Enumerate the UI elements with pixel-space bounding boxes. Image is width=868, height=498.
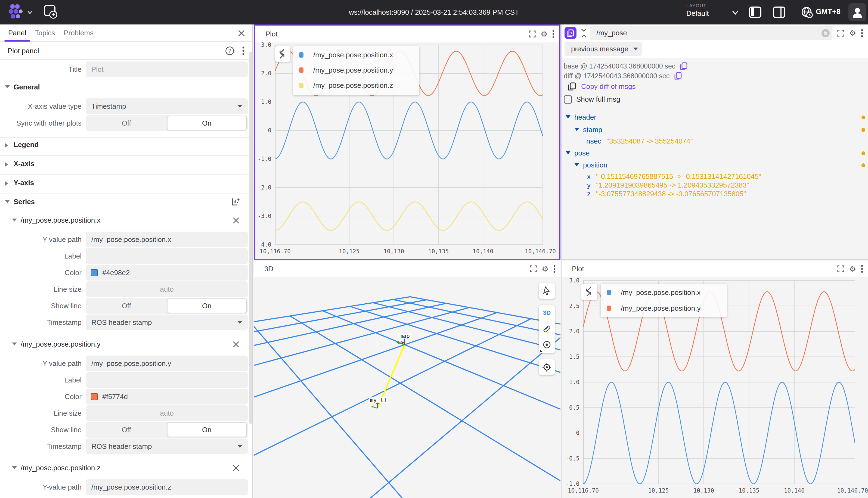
legend-label-y[interactable]: /my_pose.pose.position.y bbox=[621, 304, 700, 313]
tab-topics[interactable]: Topics bbox=[35, 25, 56, 42]
tree-row-y[interactable]: y"1.2091919039865495 -> 1.20943533295723… bbox=[587, 181, 749, 189]
three-d-body[interactable] bbox=[254, 277, 560, 498]
left-sidebar-toggle-icon[interactable] bbox=[748, 5, 763, 19]
timezone-value[interactable]: GMT+8 bbox=[816, 8, 841, 16]
legend-label-x[interactable]: /my_pose.pose.position.x bbox=[621, 288, 700, 297]
camera-mode-3d-button[interactable]: 3D bbox=[539, 305, 555, 321]
title-row: TitlePlot bbox=[0, 62, 253, 77]
plot-right-legend[interactable]: /my_pose.pose.position.x /my_pose.pose.p… bbox=[601, 284, 727, 317]
svg-text:1.0: 1.0 bbox=[569, 379, 580, 385]
tree-row-pose[interactable]: pose bbox=[574, 149, 590, 157]
tree-row-z[interactable]: z"-3.075577348829438 -> -3.0765657071358… bbox=[587, 190, 746, 198]
clear-input-icon[interactable] bbox=[821, 28, 830, 38]
tree-row-nsec[interactable]: nsec"353254087 -> 355254074" bbox=[586, 137, 693, 145]
series-x-label-input[interactable] bbox=[86, 248, 248, 264]
section-x-axis[interactable]: X-axis bbox=[0, 157, 253, 171]
app-logo[interactable] bbox=[7, 2, 28, 23]
panel-kebab-icon[interactable] bbox=[553, 265, 556, 273]
fullscreen-icon[interactable] bbox=[837, 265, 844, 272]
unfold-less-icon[interactable] bbox=[581, 28, 587, 38]
right-sidebar-toggle-icon[interactable] bbox=[772, 5, 787, 19]
series-z-header[interactable]: /my_pose.pose.position.z bbox=[0, 461, 253, 475]
fullscreen-icon[interactable] bbox=[529, 30, 536, 38]
panel-kebab-icon[interactable] bbox=[552, 30, 555, 38]
three-d-header[interactable]: 3D ⚙ bbox=[254, 260, 560, 277]
layout-chevron-icon[interactable] bbox=[731, 10, 739, 15]
tree-row-x[interactable]: x"-0.15115469765887515 -> -0.15313141427… bbox=[587, 172, 761, 181]
cursor-tool-button[interactable] bbox=[539, 283, 555, 299]
series-x-show-line-toggle[interactable]: OffOn bbox=[86, 298, 248, 314]
sync-toggle[interactable]: OffOn bbox=[86, 115, 248, 131]
legend-label-x[interactable]: /my_pose.pose.position.x bbox=[313, 51, 393, 59]
series-y-line-size-input[interactable]: auto bbox=[86, 405, 248, 421]
svg-text:10,146.70: 10,146.70 bbox=[837, 487, 868, 494]
series-y-label-input[interactable] bbox=[86, 372, 248, 388]
follow-tool-button[interactable] bbox=[539, 359, 555, 375]
fullscreen-icon[interactable] bbox=[837, 30, 844, 37]
add-series-icon[interactable] bbox=[231, 197, 240, 206]
sidebar-scrollbar[interactable] bbox=[249, 52, 252, 424]
measure-ruler-button[interactable] bbox=[539, 321, 555, 337]
tab-panel[interactable]: Panel bbox=[8, 25, 27, 42]
svg-text:10,135: 10,135 bbox=[428, 248, 449, 255]
series-x-path-input[interactable]: /my_pose.pose.position.x bbox=[86, 232, 248, 247]
raw-messages-icon[interactable] bbox=[565, 27, 576, 39]
svg-text:3.0: 3.0 bbox=[569, 277, 580, 284]
series-y-color-input[interactable]: #f5774d bbox=[86, 389, 248, 405]
legend-collapse-button-right[interactable] bbox=[581, 284, 597, 300]
series-y-path-input[interactable]: /my_pose.pose.position.y bbox=[86, 356, 248, 371]
series-x-color-input[interactable]: #4e98e2 bbox=[86, 265, 248, 280]
tree-row-position[interactable]: position bbox=[583, 161, 608, 169]
plot-main-legend[interactable]: /my_pose.pose.position.x /my_pose.pose.p… bbox=[293, 46, 419, 95]
connection-title[interactable]: ws://localhost:9090 / 2025-03-21 2:54:03… bbox=[349, 0, 519, 25]
publish-point-button[interactable] bbox=[539, 337, 555, 353]
section-legend[interactable]: Legend bbox=[0, 137, 253, 152]
tab-problems[interactable]: Problems bbox=[63, 25, 94, 42]
legend-label-z[interactable]: /my_pose.pose.position.z bbox=[313, 81, 393, 90]
svg-text:10,125: 10,125 bbox=[648, 487, 669, 494]
topic-input[interactable]: /my_pose bbox=[591, 26, 832, 40]
sidebar-close-icon[interactable] bbox=[238, 29, 245, 37]
settings-gear-icon[interactable]: ⚙ bbox=[541, 30, 547, 39]
svg-text:10,130: 10,130 bbox=[384, 248, 404, 255]
settings-gear-icon[interactable]: ⚙ bbox=[849, 28, 856, 38]
timezone-globe-icon[interactable] bbox=[801, 6, 814, 19]
series-z-path-input[interactable]: /my_pose.pose.position.z bbox=[86, 479, 248, 495]
series-y-path-row: Y-value path/my_pose.pose.position.y bbox=[0, 356, 253, 371]
help-icon[interactable]: ? bbox=[225, 46, 234, 55]
panel-kebab-icon[interactable] bbox=[861, 29, 863, 37]
remove-series-icon[interactable] bbox=[233, 217, 239, 224]
legend-label-y[interactable]: /my_pose.pose.position.y bbox=[313, 66, 393, 75]
frame-label-map: map bbox=[398, 333, 411, 339]
section-y-axis[interactable]: Y-axis bbox=[0, 175, 253, 190]
x-axis-value-type-select[interactable]: Timestamp bbox=[86, 99, 248, 114]
svg-text:2.5: 2.5 bbox=[569, 303, 580, 309]
svg-text:10,146.70: 10,146.70 bbox=[525, 248, 556, 255]
prev-message-button[interactable]: previous message bbox=[565, 42, 642, 56]
plot-main-header[interactable]: Plot ⚙ bbox=[255, 26, 559, 42]
layout-selector[interactable]: LAYOUT Default bbox=[686, 3, 709, 18]
legend-collapse-button-main[interactable] bbox=[275, 46, 290, 62]
tree-row-stamp[interactable]: stamp bbox=[583, 126, 602, 134]
series-x-line-size-input[interactable]: auto bbox=[86, 281, 248, 297]
sidebar-kebab-icon[interactable] bbox=[242, 46, 245, 55]
settings-gear-icon[interactable]: ⚙ bbox=[542, 264, 548, 274]
series-y-timestamp-select[interactable]: ROS header stamp bbox=[86, 438, 248, 454]
new-window-icon[interactable] bbox=[43, 4, 59, 19]
section-series[interactable]: Series bbox=[0, 195, 253, 209]
app-menu-chevron-icon[interactable] bbox=[27, 10, 33, 15]
panel-kebab-icon[interactable] bbox=[861, 265, 863, 273]
remove-series-icon[interactable] bbox=[233, 341, 239, 348]
settings-gear-icon[interactable]: ⚙ bbox=[849, 264, 856, 274]
section-general[interactable]: General bbox=[0, 80, 253, 94]
series-x-timestamp-select[interactable]: ROS header stamp bbox=[86, 315, 248, 330]
remove-series-icon[interactable] bbox=[233, 464, 239, 472]
series-y-show-line-toggle[interactable]: OffOn bbox=[86, 422, 248, 438]
fullscreen-icon[interactable] bbox=[530, 265, 537, 272]
tree-row-header[interactable]: header bbox=[574, 113, 596, 121]
title-input[interactable]: Plot bbox=[86, 62, 248, 77]
plot-right-header[interactable]: Plot ⚙ bbox=[561, 260, 868, 277]
series-x-header[interactable]: /my_pose.pose.position.x bbox=[0, 213, 253, 227]
series-y-header[interactable]: /my_pose.pose.position.y bbox=[0, 337, 253, 351]
user-avatar[interactable] bbox=[848, 3, 866, 21]
